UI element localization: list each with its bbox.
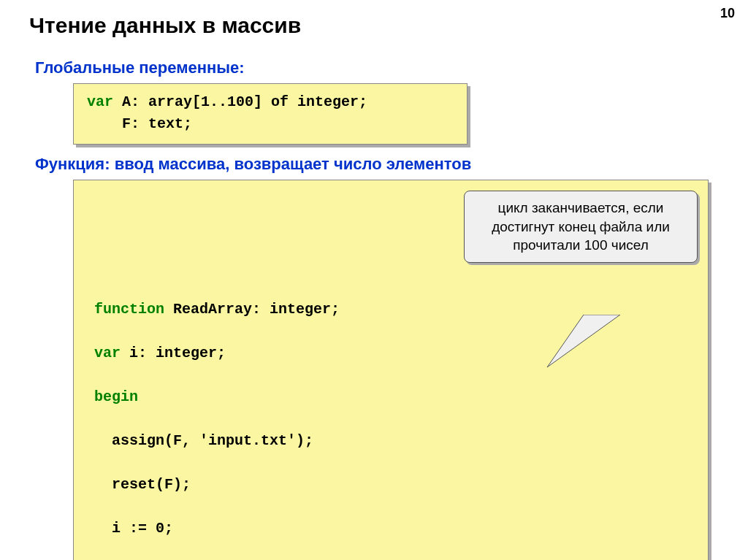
function-heading: Функция: ввод массива, возвращает число … — [35, 155, 719, 174]
svg-marker-0 — [547, 315, 620, 367]
callout-text: цикл заканчивается, если достигнут конец… — [492, 200, 670, 253]
globals-heading: Глобальные переменные: — [35, 58, 719, 77]
fn-var: i: integer; — [121, 345, 226, 361]
fn-sig: ReadArray: integer; — [164, 301, 340, 318]
page-number: 10 — [720, 6, 735, 21]
keyword-function: function — [94, 301, 164, 318]
keyword-var: var — [87, 93, 113, 110]
fn-i0: i := 0; — [81, 518, 701, 540]
callout-bubble: цикл заканчивается, если достигнут конец… — [464, 191, 698, 263]
globals-code-box: var A: array[1..100] of integer; F: text… — [73, 83, 468, 145]
keyword-var2: var — [94, 345, 121, 361]
page-title: Чтение данных в массив — [29, 13, 719, 38]
globals-line1: A: array[1..100] of integer; — [113, 93, 367, 110]
fn-assign: assign(F, 'input.txt'); — [81, 430, 701, 452]
globals-line2: F: text; — [87, 115, 192, 132]
function-code-box: цикл заканчивается, если достигнут конец… — [73, 180, 709, 560]
keyword-begin: begin — [94, 388, 138, 405]
fn-reset: reset(F); — [81, 474, 701, 496]
